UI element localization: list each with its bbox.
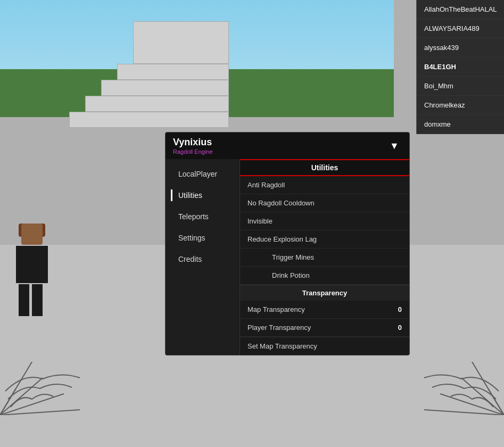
web-decoration-right [398,309,504,415]
transparency-section-header: Transparency [240,285,409,301]
sidebar-item-utilities[interactable]: Utilities [166,185,239,206]
sidebar-item-settings[interactable]: Settings [166,227,239,249]
character [11,224,53,319]
reduce-explosion-lag-button[interactable]: Reduce Explosion Lag [240,230,409,249]
map-transparency-row: Map Transparency 0 [240,301,409,319]
title-bar: Vynixius Ragdoll Engine ▼ [166,133,409,159]
drink-potion-button[interactable]: Drink Potion [240,267,409,285]
stairs [69,21,239,128]
player-transparency-row: Player Transparency 0 [240,319,409,337]
player-item[interactable]: domxme [417,115,504,134]
minimize-button[interactable]: ▼ [387,138,402,153]
player-item[interactable]: Boi_Mhm [417,77,504,96]
set-map-transparency-button[interactable]: Set Map Transparency [240,337,409,355]
sidebar-item-localplayer[interactable]: LocalPlayer [166,163,239,185]
player-item[interactable]: AllahOnTheBeatHALAL [417,0,504,19]
web-decoration-left [0,309,106,415]
gui-panel: Vynixius Ragdoll Engine ▼ LocalPlayer Ut… [165,132,410,355]
trigger-mines-button[interactable]: Trigger Mines [240,249,409,267]
title-info: Vynixius Ragdoll Engine [173,137,213,155]
invisible-button[interactable]: Invisible [240,212,409,230]
no-ragdoll-cooldown-button[interactable]: No Ragdoll Cooldown [240,194,409,212]
anti-ragdoll-button[interactable]: Anti Ragdoll [240,176,409,194]
map-transparency-label: Map Transparency [247,305,305,313]
app-title: Vynixius [173,137,213,148]
sidebar-item-credits[interactable]: Credits [166,249,239,270]
utilities-section-header: Utilities [240,159,409,176]
app-subtitle: Ragdoll Engine [173,148,213,155]
char-head [21,224,43,245]
main-content: Utilities Anti Ragdoll No Ragdoll Cooldo… [240,159,409,355]
player-item[interactable]: ALWAYSARIA489 [417,19,504,38]
player-transparency-value: 0 [398,324,402,332]
player-list: AllahOnTheBeatHALAL ALWAYSARIA489 alyssa… [416,0,504,134]
sidebar: LocalPlayer Utilities Teleports Settings… [166,159,240,355]
map-transparency-value: 0 [398,305,402,313]
sidebar-item-teleports[interactable]: Teleports [166,206,239,227]
player-item[interactable]: B4LE1GH [417,57,504,77]
panel-body: LocalPlayer Utilities Teleports Settings… [166,159,409,355]
player-item[interactable]: alyssak439 [417,38,504,57]
char-body [16,246,48,283]
player-transparency-label: Player Transparency [247,324,311,332]
player-item[interactable]: Chromelkeaz [417,96,504,115]
